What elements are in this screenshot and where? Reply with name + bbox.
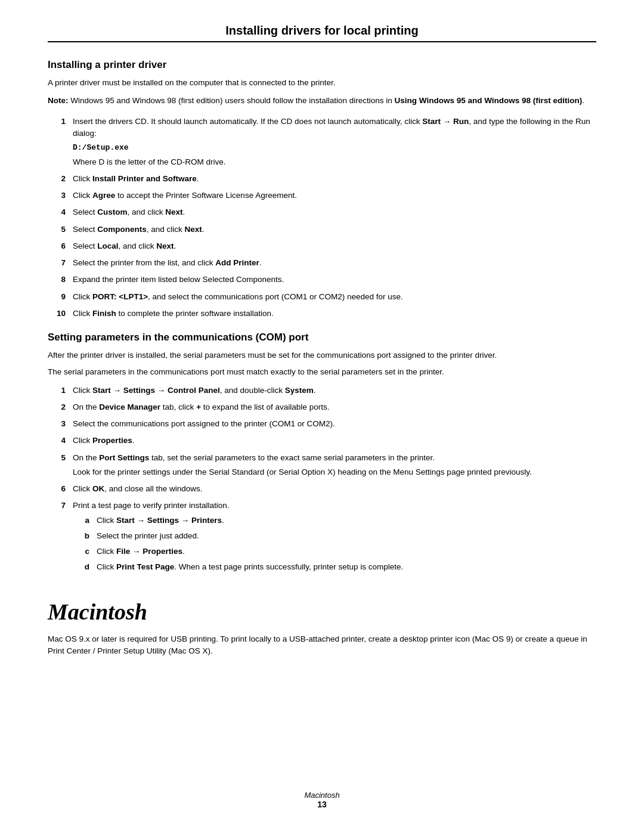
sub-step-b: b Select the printer just added. [73,530,596,542]
step-7: 7 Select the printer from the list, and … [48,257,596,269]
com-step-4: 4 Click Properties. [48,435,596,447]
section-com-port: Setting parameters in the communications… [48,332,596,577]
footer-page-number: 13 [0,800,644,809]
code-block: D:/Setup.exe [73,142,596,154]
step-10: 10 Click Finish to complete the printer … [48,308,596,320]
section2-steps: 1 Click Start → Settings → Control Panel… [48,385,596,577]
macintosh-intro: Mac OS 9.x or later is required for USB … [48,633,596,658]
sub-step-c: c Click File → Properties. [73,546,596,558]
step-3: 3 Click Agree to accept the Printer Soft… [48,190,596,202]
com-step-3: 3 Select the communications port assigne… [48,418,596,430]
step-1: 1 Insert the drivers CD. It should launc… [48,116,596,168]
com-step-1: 1 Click Start → Settings → Control Panel… [48,385,596,397]
sub-step-a: a Click Start → Settings → Printers. [73,515,596,527]
sub-step-d: d Click Print Test Page. When a test pag… [73,561,596,573]
com-step7-substeps: a Click Start → Settings → Printers. b S… [73,515,596,574]
com-step-5: 5 On the Port Settings tab, set the seri… [48,452,596,479]
code-note: Where D is the letter of the CD-ROM driv… [73,157,226,166]
note-box: Note: Windows 95 and Windows 98 (first e… [48,95,596,107]
com-step5-sub: Look for the printer settings under the … [73,466,596,478]
step-5: 5 Select Components, and click Next. [48,224,596,236]
step-9: 9 Click PORT: <LPT1>, and select the com… [48,291,596,303]
section1-title: Installing a printer driver [48,59,596,71]
macintosh-section: Macintosh Mac OS 9.x or later is require… [48,599,596,658]
step-8: 8 Expand the printer item listed below S… [48,274,596,286]
step-2: 2 Click Install Printer and Software. [48,173,596,185]
step-6: 6 Select Local, and click Next. [48,240,596,252]
note-label: Note: [48,96,69,105]
section1-intro: A printer driver must be installed on th… [48,77,596,89]
footer-title: Macintosh [0,791,644,800]
page-title: Installing drivers for local printing [48,24,596,42]
com-step-7: 7 Print a test page to verify printer in… [48,500,596,577]
com-step-2: 2 On the Device Manager tab, click + to … [48,401,596,413]
section1-steps: 1 Insert the drivers CD. It should launc… [48,116,596,320]
page-header: Installing drivers for local printing [48,24,596,42]
section2-intro1: After the printer driver is installed, t… [48,349,596,361]
note-text: Windows 95 and Windows 98 (first edition… [70,96,584,105]
macintosh-title: Macintosh [48,599,596,625]
com-step-6: 6 Click OK, and close all the windows. [48,483,596,495]
step-4: 4 Select Custom, and click Next. [48,206,596,218]
step1-text: Insert the drivers CD. It should launch … [73,117,590,138]
section2-intro2: The serial parameters in the communicati… [48,366,596,378]
page-footer: Macintosh 13 [0,791,644,809]
page: Installing drivers for local printing In… [0,0,644,833]
section-installing-printer-driver: Installing a printer driver A printer dr… [48,59,596,320]
section2-title: Setting parameters in the communications… [48,332,596,343]
